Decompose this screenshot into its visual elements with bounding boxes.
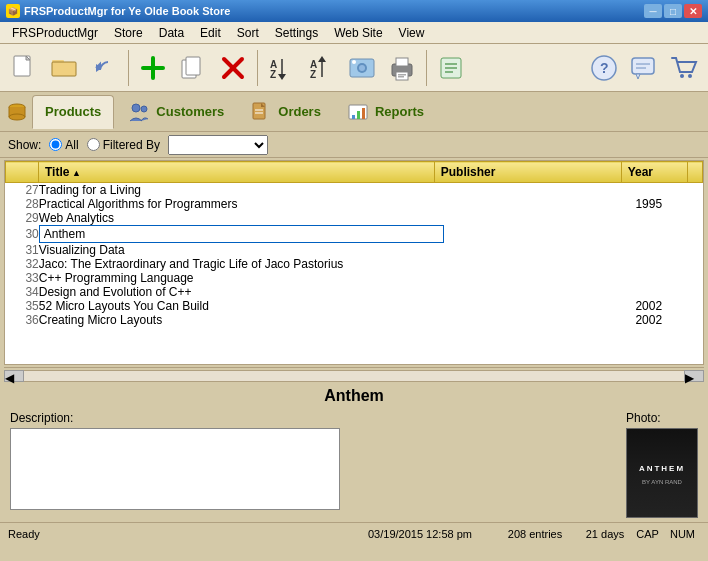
svg-rect-24 <box>396 58 408 66</box>
col-title-header[interactable]: Title <box>38 162 434 183</box>
row-title: Creating Micro Layouts <box>39 313 444 327</box>
row-year <box>635 257 703 271</box>
delete-button[interactable] <box>215 50 251 86</box>
hscroll-left[interactable]: ◀ <box>4 370 24 382</box>
all-radio-label[interactable]: All <box>49 138 78 152</box>
db-icon <box>6 101 28 123</box>
row-title: Practical Algorithms for Programmers <box>39 197 444 211</box>
status-caps: CAP <box>630 528 665 540</box>
detail-title: Anthem <box>10 387 698 405</box>
svg-marker-35 <box>636 74 640 79</box>
sort-az-button[interactable]: A Z <box>264 50 300 86</box>
row-year <box>635 211 703 225</box>
row-year <box>635 285 703 299</box>
description-box[interactable] <box>10 428 340 510</box>
table-row[interactable]: 34Design and Evolution of C++ <box>5 285 703 299</box>
col-scroll-header <box>687 162 702 183</box>
nav-tabs: Products Customers Orders Reports <box>0 92 708 132</box>
status-days: 21 days <box>580 528 630 540</box>
separator-3 <box>426 50 427 86</box>
detail-area: Anthem Description: Photo: ANTHEM BY AYN… <box>0 383 708 522</box>
menu-data[interactable]: Data <box>151 24 192 42</box>
row-publisher <box>444 271 635 285</box>
menu-view[interactable]: View <box>391 24 433 42</box>
tab-products[interactable]: Products <box>32 95 114 129</box>
table-row[interactable]: 31Visualizing Data <box>5 243 703 257</box>
table-row[interactable]: 36Creating Micro Layouts2002 <box>5 313 703 327</box>
tab-customers-label: Customers <box>156 104 224 119</box>
menu-frsproductmgr[interactable]: FRSProductMgr <box>4 24 106 42</box>
export-button[interactable] <box>433 50 469 86</box>
col-year-header[interactable]: Year <box>621 162 687 183</box>
row-year <box>635 243 703 257</box>
description-label: Description: <box>10 411 610 425</box>
print-icon <box>388 54 416 82</box>
row-num: 32 <box>5 257 39 271</box>
back-button[interactable] <box>86 50 122 86</box>
filtered-radio-label[interactable]: Filtered By <box>87 138 160 152</box>
chat-button[interactable] <box>626 50 662 86</box>
row-publisher <box>444 225 635 243</box>
svg-marker-14 <box>278 74 286 80</box>
table-row[interactable]: 30 <box>5 225 703 243</box>
maximize-button[interactable]: □ <box>664 4 682 18</box>
col-publisher-header[interactable]: Publisher <box>434 162 621 183</box>
table-row[interactable]: 32Jaco: The Extraordinary and Tragic Lif… <box>5 257 703 271</box>
row-publisher <box>444 285 635 299</box>
row-publisher <box>444 183 635 197</box>
filter-dropdown[interactable] <box>168 135 268 155</box>
table-row[interactable]: 3552 Micro Layouts You Can Build2002 <box>5 299 703 313</box>
table-row[interactable]: 29Web Analytics <box>5 211 703 225</box>
hscroll-right[interactable]: ▶ <box>684 370 704 382</box>
hscroll-track[interactable] <box>24 370 684 382</box>
filtered-radio[interactable] <box>87 138 100 151</box>
open-button[interactable] <box>46 50 82 86</box>
row-num: 35 <box>5 299 39 313</box>
back-icon <box>90 54 118 82</box>
row-publisher <box>444 299 635 313</box>
add-button[interactable] <box>135 50 171 86</box>
table-row[interactable]: 33C++ Programming Language <box>5 271 703 285</box>
help-button[interactable]: ? <box>586 50 622 86</box>
row-num: 33 <box>5 271 39 285</box>
close-button[interactable]: ✕ <box>684 4 702 18</box>
tab-orders[interactable]: Orders <box>238 95 333 129</box>
new-button[interactable] <box>6 50 42 86</box>
horizontal-scroll[interactable]: ◀ ▶ <box>4 367 704 383</box>
menu-website[interactable]: Web Site <box>326 24 390 42</box>
open-icon <box>50 54 78 82</box>
show-label: Show: <box>8 138 41 152</box>
menu-store[interactable]: Store <box>106 24 151 42</box>
all-radio[interactable] <box>49 138 62 151</box>
minimize-button[interactable]: ─ <box>644 4 662 18</box>
title-bar: 📦 FRSProductMgr for Ye Olde Book Store ─… <box>0 0 708 22</box>
title-text: FRSProductMgr for Ye Olde Book Store <box>24 5 642 17</box>
row-publisher <box>444 313 635 327</box>
separator-2 <box>257 50 258 86</box>
svg-rect-51 <box>357 111 360 119</box>
table-scroll[interactable]: 27Trading for a Living28Practical Algori… <box>5 183 703 365</box>
cart-button[interactable] <box>666 50 702 86</box>
sort-za-button[interactable]: A Z <box>304 50 340 86</box>
svg-point-43 <box>132 104 140 112</box>
menu-edit[interactable]: Edit <box>192 24 229 42</box>
menu-sort[interactable]: Sort <box>229 24 267 42</box>
data-table-container: Title Publisher Year 27Trading for a Liv… <box>4 160 704 365</box>
row-num: 29 <box>5 211 39 225</box>
add-icon <box>139 54 167 82</box>
print-button[interactable] <box>384 50 420 86</box>
table-row[interactable]: 27Trading for a Living <box>5 183 703 197</box>
row-num: 28 <box>5 197 39 211</box>
tab-customers[interactable]: Customers <box>116 95 236 129</box>
photo-content: ANTHEM BY AYN RAND <box>627 429 697 517</box>
row-title <box>39 225 444 243</box>
new-icon <box>10 54 38 82</box>
title-edit-input[interactable] <box>39 225 444 243</box>
row-title: 52 Micro Layouts You Can Build <box>39 299 444 313</box>
menu-settings[interactable]: Settings <box>267 24 326 42</box>
book-author-image: BY AYN RAND <box>642 479 682 485</box>
photo-button[interactable] <box>344 50 380 86</box>
table-row[interactable]: 28Practical Algorithms for Programmers19… <box>5 197 703 211</box>
copy-button[interactable] <box>175 50 211 86</box>
tab-reports[interactable]: Reports <box>335 95 436 129</box>
